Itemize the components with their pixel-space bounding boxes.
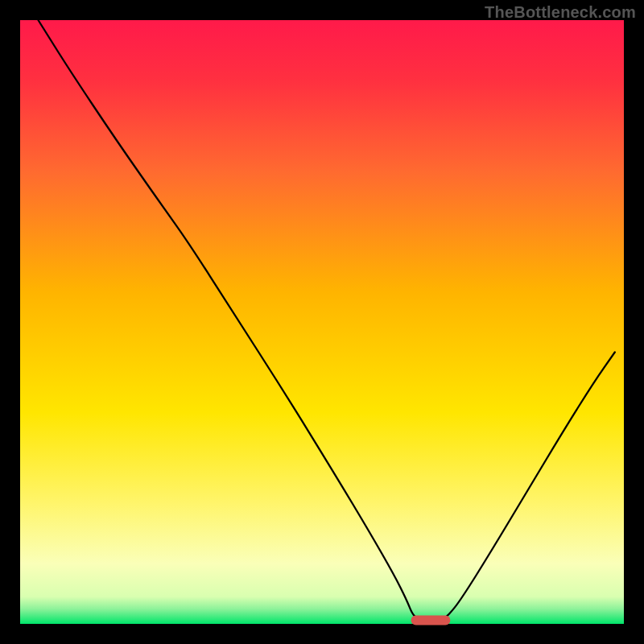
watermark-text: TheBottleneck.com [485,3,636,22]
plot-area [20,20,624,625]
optimal-marker [411,616,451,625]
chart-svg [0,0,644,644]
bottleneck-chart: TheBottleneck.com [0,0,644,644]
gradient-fill [20,20,624,624]
